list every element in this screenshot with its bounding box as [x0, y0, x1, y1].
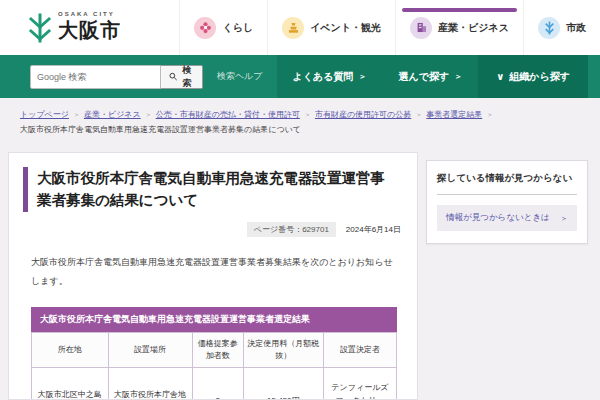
- cell-fee: 15,450円: [243, 367, 323, 400]
- tab-label: イベント・観光: [310, 21, 381, 35]
- table-caption: 大阪市役所本庁舎電気自動車用急速充電器設置運営事業者選定結果: [31, 307, 397, 332]
- org-search-label: 組織から探す: [509, 70, 570, 84]
- breadcrumb: トップページ＞産業・ビジネス＞公売・市有財産の売払・貸付・使用許可＞市有財産の使…: [0, 98, 600, 137]
- tab-shisei[interactable]: 市政: [523, 0, 600, 55]
- tab-sangyo-business[interactable]: 産業・ビジネス: [395, 0, 523, 55]
- cell-decided: テンフィールズファクトリー（株）: [323, 367, 396, 400]
- breadcrumb-separator: ＞: [486, 111, 493, 118]
- logo-text: OSAKA CITY 大阪市: [58, 11, 121, 44]
- chevron-right-icon: ＞: [454, 71, 462, 82]
- search-button[interactable]: 検索: [161, 65, 203, 89]
- tab-label: 市政: [566, 21, 586, 35]
- logo-ja-text: 大阪市: [58, 17, 121, 44]
- cell-participants: 2: [192, 367, 243, 400]
- osaka-city-webpage: OSAKA CITY 大阪市 くらし イベント・観光 産: [0, 0, 600, 400]
- breadcrumb-link-kyoka[interactable]: 市有財産の使用許可の公募: [315, 110, 411, 119]
- main-content-card: 大阪市役所本庁舎電気自動車用急速充電器設置運営事業者募集の結果について ページ番…: [8, 152, 418, 400]
- breadcrumb-current: 大阪市役所本庁舎電気自動車用急速充電器設置運営事業者募集の結果について: [20, 125, 301, 134]
- building-icon: [410, 17, 432, 39]
- osaka-city-logo[interactable]: OSAKA CITY 大阪市: [28, 11, 121, 44]
- magnifier-icon: [169, 71, 177, 82]
- faq-link-label: よくある質問: [293, 70, 354, 84]
- page-meta: ページ番号：629701 2024年6月14日: [9, 222, 401, 237]
- chevron-right-icon: ＞: [560, 213, 568, 224]
- breadcrumb-link-sentei[interactable]: 事業者選定結果: [426, 110, 482, 119]
- page-date: 2024年6月14日: [346, 224, 401, 235]
- pick-search-link[interactable]: 選んで探す ＞: [382, 55, 478, 98]
- tab-label: くらし: [222, 21, 253, 35]
- table-row: 大阪市北区中之島1−3−20 大阪市役所本庁舎地下3階 2 15,450円 テン…: [32, 367, 397, 400]
- search-help-link[interactable]: 検索ヘルプ: [217, 70, 263, 83]
- faq-link[interactable]: よくある質問 ＞: [277, 55, 383, 98]
- col-header-decided: 設置決定者: [323, 332, 396, 367]
- breadcrumb-separator: ＞: [304, 111, 311, 118]
- site-header: OSAKA CITY 大阪市 くらし イベント・観光 産: [0, 0, 600, 55]
- col-header-participants: 価格提案参加者数: [192, 332, 243, 367]
- breadcrumb-separator: ＞: [145, 111, 152, 118]
- tab-kurashi[interactable]: くらし: [179, 0, 267, 55]
- cell-location: 大阪市北区中之島1−3−20: [32, 367, 109, 400]
- breadcrumb-separator: ＞: [73, 111, 80, 118]
- result-table-section: 大阪市役所本庁舎電気自動車用急速充電器設置運営事業者選定結果 所在地 設置場所 …: [31, 307, 397, 400]
- breadcrumb-link-kobai[interactable]: 公売・市有財産の売払・貸付・使用許可: [156, 110, 300, 119]
- castle-icon: [282, 17, 304, 39]
- search-button-label: 検索: [180, 64, 194, 90]
- chevron-down-icon: ∨: [496, 71, 504, 82]
- tab-label: 産業・ビジネス: [438, 21, 509, 35]
- breadcrumb-separator: ＞: [415, 111, 422, 118]
- col-header-location: 所在地: [32, 332, 109, 367]
- breadcrumb-link-top[interactable]: トップページ: [20, 110, 69, 119]
- miotsukushi-mark-icon: [28, 13, 52, 43]
- help-sidebar: 探している情報が見つからない 情報が見つからないときは ＞: [426, 160, 588, 244]
- org-search-button[interactable]: ∨ 組織から探す: [478, 55, 588, 98]
- page-title: 大阪市役所本庁舎電気自動車用急速充電器設置運営事業者募集の結果について: [23, 167, 399, 212]
- quick-links: よくある質問 ＞ 選んで探す ＞: [277, 55, 479, 98]
- result-table: 所在地 設置場所 価格提案参加者数 決定使用料（月額税抜） 設置決定者 大阪市北…: [31, 332, 397, 400]
- pick-search-label: 選んで探す: [398, 70, 449, 84]
- info-not-found-link[interactable]: 情報が見つからないときは ＞: [437, 205, 577, 231]
- page-number-badge: ページ番号：629701: [247, 222, 336, 237]
- search-input[interactable]: [30, 65, 161, 89]
- tab-event-kanko[interactable]: イベント・観光: [267, 0, 395, 55]
- body-paragraph: 大阪市役所本庁舎電気自動車用急速充電器設置運営事業者募集結果を次のとおりお知らせ…: [31, 253, 397, 291]
- city-mark-icon: [538, 17, 560, 39]
- search-bar: 検索 検索ヘルプ よくある質問 ＞ 選んで探す ＞ ∨ 組織から探す: [0, 55, 600, 98]
- col-header-place: 設置場所: [108, 332, 192, 367]
- info-not-found-label: 情報が見つからないときは: [446, 212, 550, 224]
- cell-place: 大阪市役所本庁舎地下3階: [108, 367, 192, 400]
- primary-nav: くらし イベント・観光 産業・ビジネス 市政: [179, 0, 600, 55]
- flower-icon: [194, 17, 216, 39]
- col-header-fee: 決定使用料（月額税抜）: [243, 332, 323, 367]
- sidebar-heading: 探している情報が見つからない: [437, 172, 577, 195]
- chevron-right-icon: ＞: [358, 71, 366, 82]
- table-header-row: 所在地 設置場所 価格提案参加者数 決定使用料（月額税抜） 設置決定者: [32, 332, 397, 367]
- breadcrumb-link-sangyo[interactable]: 産業・ビジネス: [84, 110, 141, 119]
